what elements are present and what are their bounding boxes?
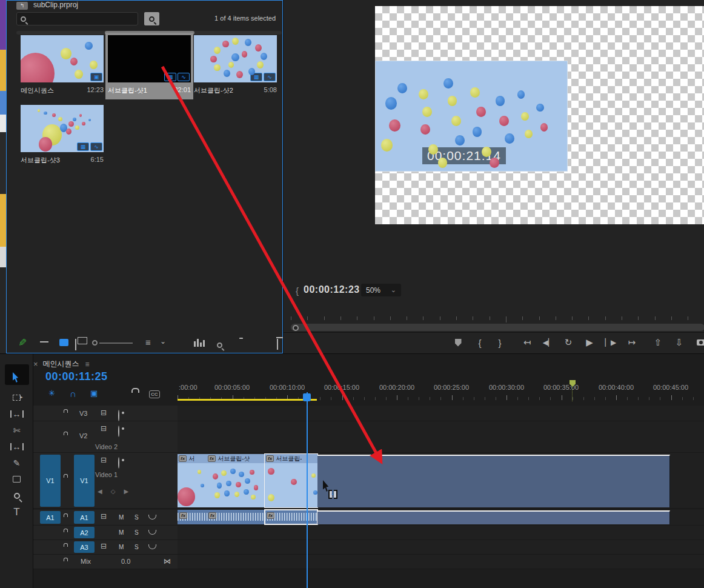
icon-view-icon[interactable] bbox=[59, 339, 68, 346]
track-label-v2[interactable]: V2 bbox=[79, 432, 87, 439]
search-box[interactable] bbox=[16, 12, 138, 25]
sort-icon[interactable]: ≡ bbox=[145, 337, 151, 347]
dragged-clip-audio[interactable] bbox=[317, 510, 670, 524]
eye-icon[interactable] bbox=[118, 410, 119, 421]
clip-v1-1[interactable]: fx서 bbox=[178, 454, 207, 507]
trash-icon[interactable] bbox=[277, 339, 278, 350]
lift-button[interactable]: ⇧ bbox=[650, 333, 666, 352]
project-item-subclip1-selected[interactable]: ▦ ∿ 서브클립-샷1 32:01 bbox=[105, 33, 193, 99]
razor-tool[interactable]: ✄ bbox=[0, 422, 33, 438]
monitor-time-ruler[interactable] bbox=[291, 316, 704, 322]
target-track-a3[interactable]: A3 bbox=[74, 541, 95, 553]
kf-add-icon[interactable]: ◇ bbox=[111, 488, 124, 495]
step-forward-button[interactable]: ▏▶ bbox=[603, 333, 619, 352]
project-item-subclip2[interactable]: ▦ ∿ 서브클립-샷2 5:08 bbox=[192, 34, 279, 98]
work-area-bar[interactable] bbox=[178, 399, 317, 401]
kf-prev-icon[interactable]: ◀ bbox=[98, 488, 111, 495]
track-select-tool[interactable] bbox=[0, 389, 33, 406]
track-v2-lane[interactable] bbox=[178, 421, 704, 453]
snap-magnet-icon[interactable]: ∩ bbox=[70, 389, 76, 399]
project-item-mainsequence[interactable]: ▣ 메인시퀀스 12:23 bbox=[19, 34, 105, 98]
track-v3-lane[interactable] bbox=[178, 406, 704, 421]
sync-lock-icon[interactable]: ⊟ bbox=[101, 542, 107, 550]
goto-in-button[interactable]: ↤ bbox=[519, 333, 535, 352]
search-input[interactable] bbox=[32, 13, 134, 24]
sync-lock-icon[interactable]: ⊟ bbox=[101, 512, 107, 521]
find-icon[interactable] bbox=[217, 342, 222, 348]
clip-v1-2[interactable]: fx서브클립-샷 bbox=[207, 454, 265, 507]
find-button[interactable] bbox=[144, 12, 159, 25]
export-frame-button[interactable] bbox=[693, 333, 704, 352]
step-back-button[interactable]: ◀▏ bbox=[540, 333, 556, 352]
ripple-edit-tool[interactable]: ↔ bbox=[0, 406, 33, 422]
audio-clip-1[interactable]: fx bbox=[178, 510, 207, 524]
automate-to-sequence-icon[interactable] bbox=[194, 339, 205, 347]
sync-lock-icon[interactable]: ⊟ bbox=[101, 456, 107, 464]
pen-tool[interactable]: ✎ bbox=[0, 455, 33, 471]
keyframe-toggle-icon[interactable]: ⋈ bbox=[164, 557, 171, 566]
mark-in-button[interactable]: { bbox=[472, 333, 488, 352]
close-tab-icon[interactable]: × bbox=[33, 359, 38, 369]
dragged-clip-video[interactable] bbox=[317, 455, 670, 507]
timeline-timecode[interactable]: 00:00:11:25 bbox=[45, 370, 108, 383]
track-header-mix[interactable]: Mix 0.0 ⋈ bbox=[33, 555, 178, 569]
target-track-a1[interactable]: A1 bbox=[74, 511, 95, 524]
linked-selection-icon[interactable]: ▣ bbox=[90, 389, 98, 398]
timeline-tab[interactable]: × 메인시퀀스 ≡ bbox=[33, 359, 90, 369]
captions-cc-icon[interactable]: CC bbox=[149, 390, 160, 398]
mute-button[interactable]: M bbox=[119, 514, 124, 521]
selection-tool[interactable] bbox=[0, 369, 33, 386]
solo-button[interactable]: S bbox=[134, 544, 139, 550]
add-marker-button[interactable] bbox=[450, 333, 466, 352]
mute-button[interactable]: M bbox=[119, 529, 124, 536]
type-tool[interactable]: T bbox=[0, 504, 33, 520]
kf-next-icon[interactable]: ▶ bbox=[124, 488, 137, 495]
sync-lock-icon[interactable]: ⊟ bbox=[101, 424, 107, 433]
track-header-v2[interactable]: V2 ⊟ Video 2 bbox=[33, 421, 178, 453]
track-mix-lane[interactable] bbox=[178, 555, 704, 569]
slip-tool[interactable]: ↔ bbox=[0, 438, 33, 455]
track-label-v3[interactable]: V3 bbox=[79, 410, 87, 417]
track-header-v3[interactable]: V3 ⊟ bbox=[33, 406, 178, 421]
source-patch-a1[interactable]: A1 bbox=[40, 511, 61, 524]
track-header-a3[interactable]: A3 ⊟ M S bbox=[33, 540, 178, 555]
mark-out-button[interactable]: } bbox=[492, 333, 508, 352]
panel-menu-icon[interactable]: ≡ bbox=[85, 360, 90, 369]
solo-button[interactable]: S bbox=[134, 514, 139, 521]
track-a3-lane[interactable] bbox=[178, 540, 704, 555]
keyframe-nav[interactable]: ◀◇▶ bbox=[98, 488, 137, 495]
audio-clip-2[interactable]: fx bbox=[207, 510, 265, 524]
track-header-v1[interactable]: V1 V1 ⊟ Video 1 ◀◇▶ bbox=[33, 453, 178, 509]
eye-icon[interactable] bbox=[118, 426, 119, 437]
extract-button[interactable]: ⇩ bbox=[671, 333, 687, 352]
playhead-line[interactable] bbox=[307, 392, 308, 588]
audio-clip-3-selected[interactable]: fx bbox=[265, 510, 317, 524]
play-around-button[interactable]: ↻ bbox=[560, 333, 576, 352]
clip-v1-3-selected[interactable]: fx서브클립- bbox=[265, 454, 317, 507]
play-button[interactable]: ▶ bbox=[582, 333, 597, 352]
sync-lock-icon[interactable]: ⊟ bbox=[101, 409, 107, 417]
project-item-subclip3[interactable]: ▦ ∿ 서브클립-샷3 6:15 bbox=[19, 104, 105, 168]
zoom-slider-handle[interactable] bbox=[92, 340, 98, 346]
solo-button[interactable]: S bbox=[134, 529, 139, 536]
target-track-a2[interactable]: A2 bbox=[74, 527, 95, 538]
sort-chevron-icon[interactable]: ⌄ bbox=[160, 337, 166, 346]
time-ruler[interactable]: :00:00 00:00:05:00 00:00:10:00 00:00:15:… bbox=[178, 383, 704, 402]
target-track-v1[interactable]: V1 bbox=[74, 455, 95, 507]
zoom-tool[interactable] bbox=[0, 487, 33, 504]
goto-out-button[interactable]: ↦ bbox=[624, 333, 640, 352]
eye-icon[interactable] bbox=[118, 457, 119, 469]
mute-button[interactable]: M bbox=[119, 544, 124, 550]
zoom-slider-track[interactable] bbox=[99, 342, 133, 344]
nest-insert-icon[interactable]: ✳ bbox=[48, 389, 55, 398]
source-patch-v1[interactable]: V1 bbox=[40, 455, 61, 507]
zoom-level-dropdown[interactable]: 50% ⌄ bbox=[361, 284, 401, 296]
monitor-scrubber-track[interactable] bbox=[291, 324, 704, 331]
track-a2-lane[interactable] bbox=[178, 526, 704, 540]
navigate-up-icon[interactable]: ↰ bbox=[16, 2, 28, 10]
track-header-a1[interactable]: A1 A1 ⊟ M S bbox=[33, 510, 178, 526]
freeform-view-icon[interactable] bbox=[75, 339, 76, 350]
rectangle-tool[interactable] bbox=[0, 471, 33, 487]
program-timecode[interactable]: 00:00:12:23 bbox=[304, 284, 360, 295]
sequence-tab-label[interactable]: 메인시퀀스 bbox=[43, 359, 79, 369]
